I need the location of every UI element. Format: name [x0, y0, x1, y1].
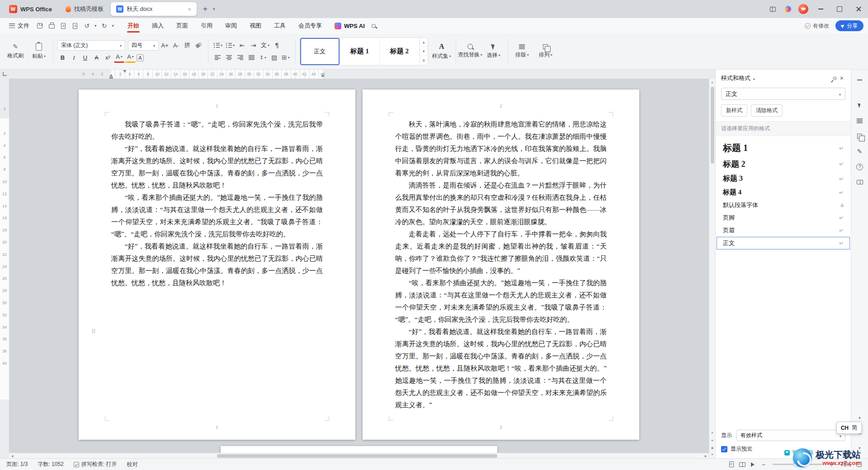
align-left-button[interactable]: [212, 52, 223, 62]
scroll-left-icon[interactable]: ◀: [9, 453, 15, 458]
panel-close-icon[interactable]: ×: [838, 74, 845, 83]
arrange-button[interactable]: 排列: [534, 37, 557, 66]
bold-button[interactable]: B: [57, 53, 68, 63]
paste-button[interactable]: 粘贴: [27, 37, 51, 66]
paragraph[interactable]: 走着走着，远处一个人停下了自行车，手中撑着一把伞，匆匆向我走来。近着走来的是我的…: [395, 228, 607, 277]
undo-dropdown-icon[interactable]: ▾: [93, 24, 99, 28]
scroll-down-icon[interactable]: ▼: [709, 429, 716, 437]
style-item-default-font[interactable]: 默认段落字体 a: [717, 199, 850, 212]
tab-reference[interactable]: 引用: [194, 18, 219, 33]
tab-list-chevron-icon[interactable]: ▾: [211, 7, 217, 11]
increase-indent-button[interactable]: ⇥: [248, 40, 259, 50]
borders-button[interactable]: ⊞: [280, 52, 291, 62]
paragraph[interactable]: “好”，我看着她说道。就这样我坐着她的自行车，一路冒着雨，渐渐离开这失意的场所。…: [111, 240, 323, 289]
appearance-button[interactable]: [780, 0, 796, 18]
browse-object-button[interactable]: ▣: [709, 444, 716, 451]
paragraph[interactable]: “唉，看来那个插曲还挺大的。”她逗趣地一笑，一手挽住了我的胳膊，淡淡说道：“与其…: [395, 277, 607, 326]
gallery-more-icon[interactable]: ☰: [420, 56, 428, 65]
tab-stop-selector[interactable]: [0, 70, 9, 79]
vertical-scroll-thumb[interactable]: [711, 87, 714, 164]
tab-review[interactable]: 审阅: [219, 18, 243, 33]
panel-title-dropdown-icon[interactable]: [752, 75, 755, 82]
next-page-button[interactable]: ▼: [709, 451, 716, 458]
tab-home[interactable]: 开始: [121, 18, 146, 33]
select-tool-button[interactable]: [854, 99, 866, 112]
format-painter-button[interactable]: ✎ 格式刷: [4, 37, 27, 66]
style-item-heading2[interactable]: 标题 2 ↵: [717, 156, 850, 172]
maximize-button[interactable]: [830, 0, 849, 18]
shapes-tool-button[interactable]: [854, 130, 866, 142]
search-button[interactable]: [368, 20, 379, 31]
window-layout-button[interactable]: [765, 0, 780, 18]
style-item-header[interactable]: 页眉 ↵: [717, 224, 850, 237]
align-center-button[interactable]: [224, 52, 234, 62]
bullet-list-button[interactable]: [212, 40, 224, 50]
previous-page-button[interactable]: ▲: [709, 437, 716, 444]
collapse-panel-button[interactable]: [854, 74, 866, 86]
file-menu-button[interactable]: 文件: [5, 18, 34, 33]
style-set-button[interactable]: A 样式集: [430, 37, 453, 66]
proofread-button[interactable]: 校对: [127, 461, 137, 468]
strikethrough-button[interactable]: A: [91, 53, 102, 63]
paragraph[interactable]: “好”，我看着她说道。就这样我坐着她的自行车，一路冒着雨，渐渐离开这失意的场所。…: [111, 143, 323, 192]
modified-status[interactable]: 有修改: [805, 22, 829, 30]
print-preview-button[interactable]: [58, 20, 69, 31]
select-button[interactable]: 选择: [482, 37, 505, 66]
horizontal-scrollbar[interactable]: ◀ ▶: [9, 453, 709, 458]
help-button[interactable]: ?: [854, 160, 866, 173]
spellcheck-status[interactable]: 拼写检查: 打开: [74, 461, 117, 468]
page-2[interactable]: 2 秋天，落叶满地，冷寂的秋雨肆意地宣泄着它的情绪，用悲凉给这个喧嚣的世界调色。…: [363, 89, 639, 440]
show-preview-checkbox[interactable]: [721, 446, 727, 452]
document-canvas[interactable]: 1 我吸了吸鼻子答道：“嗯”。“走吧，你回家先洗个澡，洗完后我带你去吃好吃的。 …: [9, 79, 709, 458]
decrease-indent-button[interactable]: ⇤: [237, 40, 247, 50]
current-style-select[interactable]: 正文: [721, 88, 845, 100]
style-item-footer[interactable]: 页脚 ↵: [717, 212, 850, 224]
shrink-font-button[interactable]: A-: [171, 40, 181, 50]
paragraph-drag-handle-icon[interactable]: ⠿: [91, 328, 95, 335]
style-heading1[interactable]: 标题 1: [340, 38, 380, 65]
style-item-normal[interactable]: 正文 ↵: [717, 237, 850, 249]
hanging-indent-marker[interactable]: [109, 74, 113, 77]
styles-tool-button[interactable]: [854, 114, 866, 127]
pinyin-guide-button[interactable]: 拼: [182, 40, 193, 50]
new-style-button[interactable]: 新样式: [721, 104, 747, 117]
shading-button[interactable]: ▨: [269, 52, 279, 62]
find-replace-button[interactable]: 查找替换: [458, 37, 482, 66]
display-filter-select[interactable]: 有效样式: [736, 430, 845, 441]
zoom-out-button[interactable]: −: [760, 461, 767, 468]
save-button[interactable]: [34, 20, 45, 31]
superscript-button[interactable]: x²: [103, 53, 113, 63]
grow-font-button[interactable]: A+: [160, 40, 170, 50]
minimize-button[interactable]: [811, 0, 830, 18]
font-size-select[interactable]: 四号: [128, 40, 159, 51]
scroll-right-icon[interactable]: ▶: [703, 453, 709, 458]
text-tool-button[interactable]: 文: [259, 40, 271, 50]
print-button[interactable]: [46, 20, 57, 31]
paragraph-mark-button[interactable]: ¶: [272, 40, 282, 50]
font-name-select[interactable]: 宋体 (正文): [57, 40, 125, 51]
paragraph[interactable]: “好”，我看着她说道。就这样我坐着她的自行车，一路冒着雨，渐渐离开这失意的场所。…: [395, 326, 607, 411]
paragraph[interactable]: 秋天，落叶满地，冷寂的秋雨肆意地宣泄着它的情绪，用悲凉给这个喧嚣的世界调色。街巷…: [395, 118, 607, 179]
paragraph[interactable]: 滴滴答答，是雨在倾诉，还是心在流血？一片黯然浮于眼眸，为什么我用真挚付出的换来的…: [395, 179, 607, 228]
first-line-indent-marker[interactable]: [123, 70, 127, 73]
gallery-down-icon[interactable]: ▼: [420, 47, 428, 56]
typeset-button[interactable]: 排版: [510, 37, 534, 66]
italic-button[interactable]: I: [69, 53, 79, 63]
style-item-heading3[interactable]: 标题 3 ↵: [717, 172, 850, 186]
character-border-button[interactable]: A: [137, 54, 144, 61]
page-content[interactable]: 秋天，落叶满地，冷寂的秋雨肆意地宣泄着它的情绪，用悲凉给这个喧嚣的世界调色。街巷…: [395, 118, 607, 411]
style-heading2[interactable]: 标题 2: [380, 38, 420, 65]
vertical-scrollbar[interactable]: ▲ ▼ ▲ ▣ ▼: [709, 79, 715, 458]
undo-button[interactable]: ↺: [81, 20, 92, 31]
tab-view[interactable]: 视图: [243, 18, 268, 33]
paragraph[interactable]: 我吸了吸鼻子答道：“嗯”。“走吧，你回家先洗个澡，洗完后我带你去吃好吃的。: [111, 118, 323, 143]
redo-button[interactable]: ↻: [99, 20, 110, 31]
highlight-color-button[interactable]: A: [125, 53, 136, 63]
ime-indicator[interactable]: CH 简: [836, 422, 862, 434]
fullscreen-play-icon[interactable]: [751, 462, 755, 467]
new-tab-button[interactable]: +: [199, 3, 211, 15]
page-content[interactable]: 我吸了吸鼻子答道：“嗯”。“走吧，你回家先洗个澡，洗完后我带你去吃好吃的。 “好…: [111, 118, 323, 289]
tab-page[interactable]: 页面: [170, 18, 194, 33]
export-pdf-button[interactable]: [70, 20, 80, 31]
clear-format-button[interactable]: 清除格式: [751, 104, 783, 117]
